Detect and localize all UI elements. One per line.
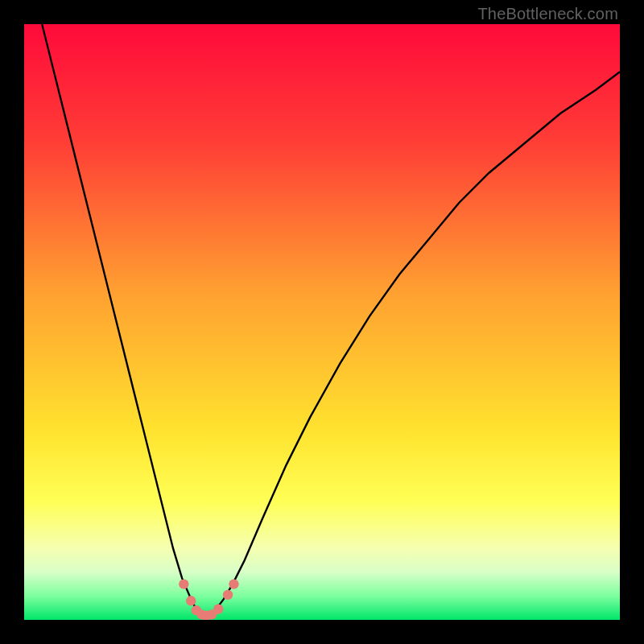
bottleneck-curve xyxy=(42,24,620,617)
plot-area xyxy=(24,24,620,620)
frame-left xyxy=(0,0,24,644)
highlight-markers xyxy=(179,579,239,620)
marker-dot xyxy=(223,590,233,600)
watermark-text: TheBottleneck.com xyxy=(477,5,618,23)
frame-right xyxy=(620,0,644,644)
frame-bottom xyxy=(0,620,644,644)
marker-dot xyxy=(186,596,196,605)
marker-dot xyxy=(213,604,223,613)
marker-dot xyxy=(179,579,188,588)
marker-dot xyxy=(229,579,238,588)
curve-layer xyxy=(24,24,620,620)
